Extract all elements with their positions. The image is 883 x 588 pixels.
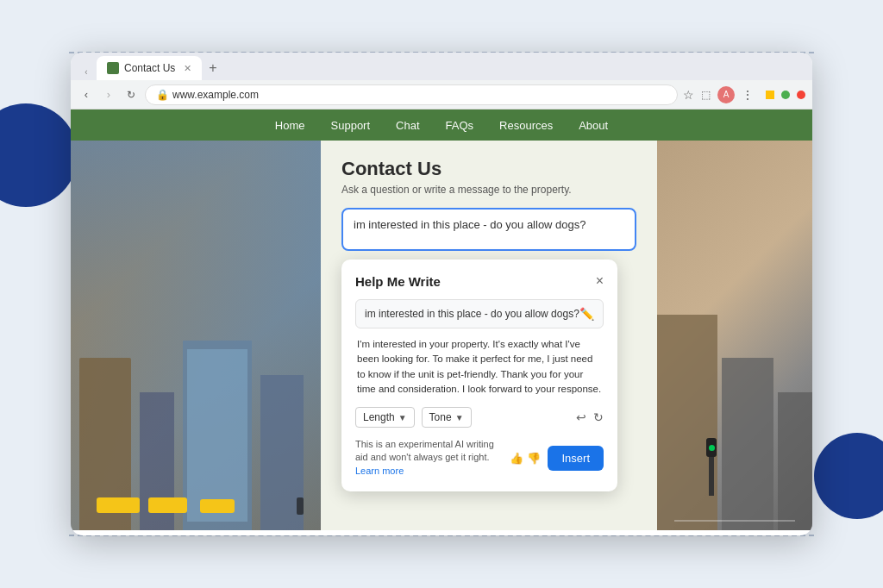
original-query-row: im interested in this place - do you all… (355, 299, 604, 328)
back-nav-button[interactable]: ‹ (78, 86, 95, 103)
building-right-1 (657, 315, 717, 530)
thumbs-down-icon[interactable]: 👎 (527, 452, 541, 465)
profile-icon[interactable]: A (717, 86, 735, 103)
ai-generated-text: I'm interested in your property. It's ex… (355, 337, 604, 397)
contact-subtitle: Ask a question or write a message to the… (341, 184, 636, 196)
message-text: im interested in this place - do you all… (354, 218, 586, 231)
bookmark-icon[interactable]: ☆ (683, 88, 694, 102)
feedback-icons: 👍 👎 (510, 452, 541, 465)
original-query-text: im interested in this place - do you all… (365, 308, 579, 320)
contact-title: Contact Us (341, 158, 636, 180)
undo-button[interactable]: ↩ (576, 410, 586, 424)
street-line (674, 520, 795, 522)
city-image-left (71, 141, 321, 530)
dialog-close-button[interactable]: × (596, 273, 604, 289)
taxi-1 (97, 497, 140, 513)
menu-icon[interactable]: ⋮ (742, 88, 754, 102)
minimize-button[interactable] (766, 91, 774, 99)
traffic-light-box (706, 438, 717, 457)
city-image-right (657, 141, 812, 530)
edit-query-button[interactable]: ✏️ (579, 307, 594, 321)
building-right-3 (778, 392, 812, 530)
length-dropdown[interactable]: Length ▼ (355, 407, 415, 428)
nav-about[interactable]: About (579, 119, 608, 132)
insert-button[interactable]: Insert (548, 446, 604, 471)
learn-more-link[interactable]: Learn more (355, 466, 404, 476)
browser-actions: ☆ ⬚ A ⋮ (683, 86, 805, 103)
help-me-write-dialog: Help Me Write × im interested in this pl… (341, 260, 617, 491)
disclaimer-text: This is an experimental AI writing aid a… (355, 438, 503, 478)
website-content: Home Support Chat FAQs Resources About (71, 109, 812, 530)
nav-resources[interactable]: Resources (499, 119, 553, 132)
tab-close-button[interactable]: ✕ (184, 63, 191, 74)
nav-faqs[interactable]: FAQs (446, 119, 474, 132)
traffic-light-green (709, 445, 715, 451)
browser-window: ‹ Contact Us ✕ + ‹ › ↻ 🔒 www.example.com… (71, 53, 812, 535)
nav-chat[interactable]: Chat (396, 119, 419, 132)
footer-row: This is an experimental AI writing aid a… (355, 438, 604, 478)
tone-arrow-icon: ▼ (455, 413, 464, 422)
tab-title: Contact Us (124, 62, 175, 74)
disclaimer-main: This is an experimental AI writing aid a… (355, 439, 494, 462)
extensions-icon[interactable]: ⬚ (701, 89, 711, 101)
tone-label: Tone (429, 411, 452, 423)
active-tab[interactable]: Contact Us ✕ (97, 56, 202, 80)
redo-button[interactable]: ↻ (593, 410, 604, 424)
person-silhouette (297, 497, 304, 515)
length-arrow-icon: ▼ (398, 413, 407, 422)
center-content-area: Contact Us Ask a question or write a mes… (321, 141, 657, 530)
new-tab-button[interactable]: + (202, 56, 223, 80)
url-text: www.example.com (172, 89, 259, 101)
length-label: Length (363, 411, 395, 423)
tab-bar: ‹ Contact Us ✕ + (71, 53, 812, 80)
reload-button[interactable]: ↻ (122, 86, 140, 103)
thumbs-up-icon[interactable]: 👍 (510, 452, 523, 465)
dialog-header: Help Me Write × (355, 273, 604, 289)
taxi-3 (200, 499, 235, 513)
site-body: Contact Us Ask a question or write a mes… (71, 141, 812, 530)
dialog-title: Help Me Write (355, 274, 441, 289)
maximize-button[interactable] (781, 91, 790, 99)
tab-favicon (107, 62, 119, 74)
url-bar[interactable]: 🔒 www.example.com (145, 84, 678, 105)
message-input[interactable]: im interested in this place - do you all… (341, 208, 636, 251)
bg-circle-left (0, 103, 78, 207)
building-glass (187, 349, 247, 522)
close-window-button[interactable] (797, 91, 805, 99)
taxi-2 (148, 497, 187, 513)
nav-home[interactable]: Home (275, 119, 305, 132)
back-btn[interactable]: ‹ (78, 63, 95, 80)
site-nav: Home Support Chat FAQs Resources About (71, 109, 812, 141)
traffic-light-pole (709, 453, 714, 496)
bg-circle-right (814, 433, 883, 519)
forward-nav-button[interactable]: › (100, 86, 117, 103)
controls-row: Length ▼ Tone ▼ ↩ ↻ (355, 407, 604, 428)
tone-dropdown[interactable]: Tone ▼ (422, 407, 472, 428)
lock-icon: 🔒 (156, 89, 169, 101)
nav-support[interactable]: Support (331, 119, 371, 132)
building-right-2 (722, 358, 773, 530)
address-bar: ‹ › ↻ 🔒 www.example.com ☆ ⬚ A ⋮ (71, 80, 812, 109)
